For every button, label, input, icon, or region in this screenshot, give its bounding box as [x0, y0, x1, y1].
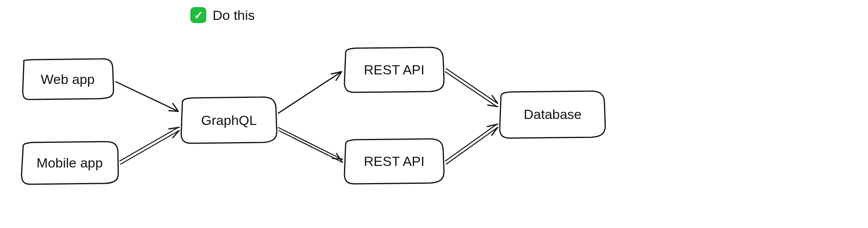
node-rest-api-2: REST API [344, 139, 444, 184]
diagram-canvas: ✓ Do this Web app Mobile app GraphQL RES… [0, 0, 868, 228]
node-rest-api-1: REST API [344, 47, 444, 92]
architecture-diagram: Web app Mobile app GraphQL REST API REST… [0, 0, 868, 228]
edge-webapp-graphql [115, 82, 178, 111]
node-graphql-label: GraphQL [201, 113, 257, 128]
node-database: Database [500, 91, 605, 138]
node-database-label: Database [524, 107, 582, 122]
edge-graphql-rest1 [278, 72, 342, 113]
node-web-app: Web app [23, 59, 113, 99]
node-mobile-app-label: Mobile app [37, 155, 103, 170]
node-rest-api-2-label: REST API [364, 154, 424, 169]
edge-rest1-database [445, 68, 498, 107]
node-mobile-app: Mobile app [22, 142, 118, 184]
edge-rest2-database [445, 124, 498, 164]
node-graphql: GraphQL [181, 97, 277, 143]
node-rest-api-1-label: REST API [364, 62, 424, 77]
edge-mobileapp-graphql [119, 127, 179, 164]
node-web-app-label: Web app [41, 72, 94, 87]
edge-graphql-rest2 [278, 127, 342, 162]
